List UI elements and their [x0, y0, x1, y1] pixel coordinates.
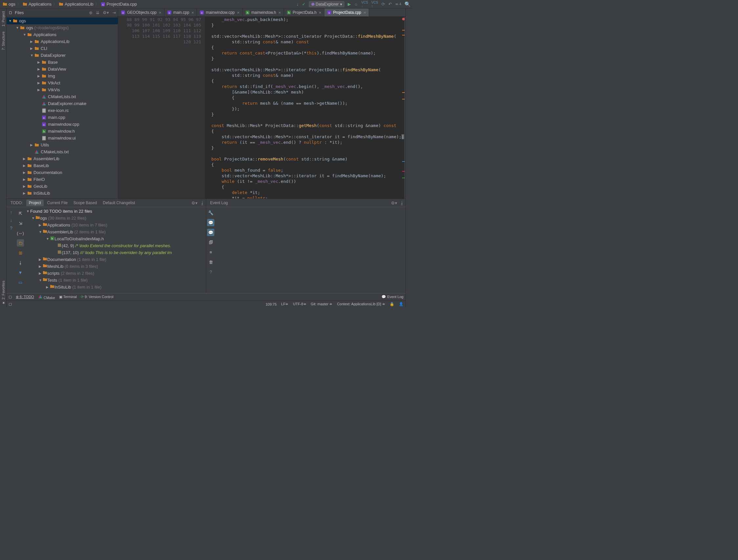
tree-item[interactable]: ▶DataView	[7, 66, 118, 73]
tree-item[interactable]: ▼DataExplorer	[7, 52, 118, 59]
gear-icon[interactable]: ⚙▾	[391, 200, 397, 205]
tree-item[interactable]: ▶AssemblerLib	[7, 155, 118, 162]
vcs-tool-button[interactable]: ⟳ 9: Version Control	[81, 295, 113, 299]
target-icon[interactable]: ⊕	[89, 10, 92, 15]
toggle-icon[interactable]: ▢	[9, 295, 12, 299]
tree-item[interactable]: ▶Utils	[7, 141, 118, 148]
down-arrow-icon[interactable]: ↓	[10, 218, 12, 223]
tree-item[interactable]: ▶BaseLib	[7, 162, 118, 169]
todo-scope-tab[interactable]: Project	[26, 199, 44, 206]
export-icon[interactable]: ⭳	[17, 259, 24, 266]
editor-tab[interactable]: main.cpp×	[164, 9, 197, 16]
todo-item[interactable]: ▼ogs (30 items in 22 files)	[25, 215, 206, 221]
tree-item[interactable]: ▼ogs (~/code/ogs6/ogs)	[7, 24, 118, 31]
collapse-icon[interactable]: ⇲	[17, 219, 24, 227]
balloon-icon[interactable]: 💬	[207, 219, 215, 226]
tree-item[interactable]: ▶FileIO	[7, 176, 118, 183]
tree-item[interactable]: ▼ogs	[7, 17, 118, 24]
editor-tab[interactable]: GEOObjects.cpp×	[118, 9, 164, 16]
collapse-icon[interactable]: ⇊	[96, 10, 99, 15]
cmake-tool-button[interactable]: CMake	[38, 295, 55, 300]
breadcrumb-item[interactable]: Applications	[21, 2, 53, 7]
run-button[interactable]: ▶	[348, 2, 351, 7]
todo-scope-tab[interactable]: Current File	[44, 199, 70, 206]
event-log-tool-button[interactable]: 💬 Event Log	[381, 295, 403, 299]
tree-item[interactable]: ▶Base	[7, 59, 118, 66]
settings-icon[interactable]: ⚙▾	[103, 10, 109, 15]
search-icon[interactable]: 🔍	[404, 1, 411, 7]
todo-item[interactable]: (137, 10) /// \todo This is to be overri…	[25, 249, 206, 256]
close-icon[interactable]: ×	[278, 10, 281, 15]
todo-tree[interactable]: ▼Found 30 TODO items in 22 files ▼ogs (3…	[25, 207, 206, 293]
flatten-icon[interactable]: ⊞	[17, 249, 24, 256]
vcs-up-icon[interactable]: ✓	[302, 2, 306, 7]
todo-item[interactable]: ▶Applications (10 items in 7 files)	[25, 221, 206, 228]
todo-scope-tab[interactable]: TODO:	[8, 199, 26, 206]
todo-item[interactable]: ▶InSituLib (1 item in 1 file)	[25, 284, 206, 291]
todo-item[interactable]: ▼AssemblerLib (2 items in 1 file)	[25, 228, 206, 235]
tree-item[interactable]: main.cpp	[7, 114, 118, 121]
vcs-icon[interactable]: VCS↓	[361, 1, 368, 8]
expand-icon[interactable]: ⇱	[17, 210, 24, 217]
group-icon[interactable]: 🗀	[17, 239, 24, 246]
todo-scope-tab[interactable]: Scope Based	[71, 199, 99, 206]
autoscroll-icon[interactable]: (↔)	[17, 229, 24, 237]
tool-window-project[interactable]: 1: Project	[1, 11, 5, 26]
sync-icon[interactable]: ⟳	[381, 2, 385, 7]
editor-tab[interactable]: mainwindow.h×	[243, 9, 284, 16]
breadcrumb-item[interactable]: ogs	[1, 2, 17, 7]
editor-tab[interactable]: ProjectData.h×	[284, 9, 324, 16]
editor-tab[interactable]: mainwindow.cpp×	[197, 9, 243, 16]
tree-item[interactable]: CMakeLists.txt	[7, 93, 118, 100]
status-icon[interactable]: ▢	[9, 302, 12, 306]
help-icon[interactable]: ?	[207, 268, 215, 275]
close-icon[interactable]: ×	[319, 10, 321, 15]
tree-item[interactable]: ▶GeoLib	[7, 183, 118, 190]
help-icon[interactable]: ?	[10, 225, 12, 231]
preview-icon[interactable]: ▭	[17, 279, 24, 286]
editor-tab[interactable]: ProjectData.cpp×	[324, 9, 369, 16]
breadcrumb-item[interactable]: ApplicationsLib	[57, 2, 94, 7]
terminal-tool-button[interactable]: ▣ Terminal	[59, 295, 77, 299]
code-editor[interactable]: 88 89 90 91 92 93 94 95 96 97 98 99 100 …	[118, 17, 405, 198]
tool-window-structure[interactable]: 7: Structure	[1, 31, 5, 50]
undo-icon[interactable]: ↶	[388, 2, 392, 7]
git-branch[interactable]: Git: master ≑	[311, 302, 333, 306]
balloons-icon[interactable]: 💬	[207, 229, 215, 236]
tree-item[interactable]: ▶ApplicationsLib	[7, 38, 118, 45]
vcs-icon2[interactable]: VCS↑	[371, 1, 378, 8]
tree-item[interactable]: ▶CLI	[7, 45, 118, 52]
todo-item[interactable]: ▼LocalToGlobalIndexMap.h	[25, 235, 206, 242]
hide-icon[interactable]: ⭳	[400, 200, 404, 205]
todo-item[interactable]: ▶scripts (2 items in 2 files)	[25, 270, 206, 277]
project-tree[interactable]: ▼ogs▼ogs (~/code/ogs6/ogs)▼Applications▶…	[7, 17, 118, 198]
close-icon[interactable]: ×	[237, 10, 240, 15]
run-config-select[interactable]: ⬢ DataExplorer ▾	[309, 1, 344, 7]
close-icon[interactable]: ×	[159, 10, 161, 15]
line-ending[interactable]: LF≑	[281, 302, 289, 306]
filter-icon[interactable]: ▼	[17, 269, 24, 276]
tree-item[interactable]: ▶VtkAct	[7, 79, 118, 86]
copy-icon[interactable]: 🗐	[207, 238, 215, 246]
error-stripe[interactable]	[404, 17, 405, 198]
wrench-icon[interactable]: 🔧	[207, 209, 215, 216]
debug-button[interactable]: ☼	[354, 2, 358, 7]
close-icon[interactable]: ×	[192, 10, 194, 15]
tree-item[interactable]: ▶VtkVis	[7, 86, 118, 93]
tree-item[interactable]: mainwindow.ui	[7, 135, 118, 141]
todo-item[interactable]: ▶MeshLib (6 items in 3 files)	[25, 263, 206, 270]
list-icon[interactable]: ≡	[207, 248, 215, 256]
todo-item[interactable]: ▼Tests (1 item in 1 file)	[25, 277, 206, 284]
event-log-tab[interactable]: Event Log	[208, 199, 231, 206]
tree-item[interactable]: ▶Documentation	[7, 169, 118, 176]
todo-tool-button[interactable]: ⊕ 6: TODO	[16, 295, 34, 299]
vcs-down-icon[interactable]: ↓	[297, 2, 299, 7]
gear-icon[interactable]: ⚙▾	[192, 200, 198, 205]
tree-item[interactable]: mainwindow.cpp	[7, 121, 118, 128]
tree-item[interactable]: CMakeLists.txt	[7, 148, 118, 155]
hide-icon[interactable]: ⭳	[200, 200, 205, 205]
todo-item[interactable]: (42, 9) /* \todo Extend the constructor …	[25, 242, 206, 249]
todo-item[interactable]: ▶Documentation (1 item in 1 file)	[25, 256, 206, 263]
close-icon[interactable]: ×	[363, 10, 366, 15]
tree-item[interactable]: ▼Applications	[7, 31, 118, 38]
